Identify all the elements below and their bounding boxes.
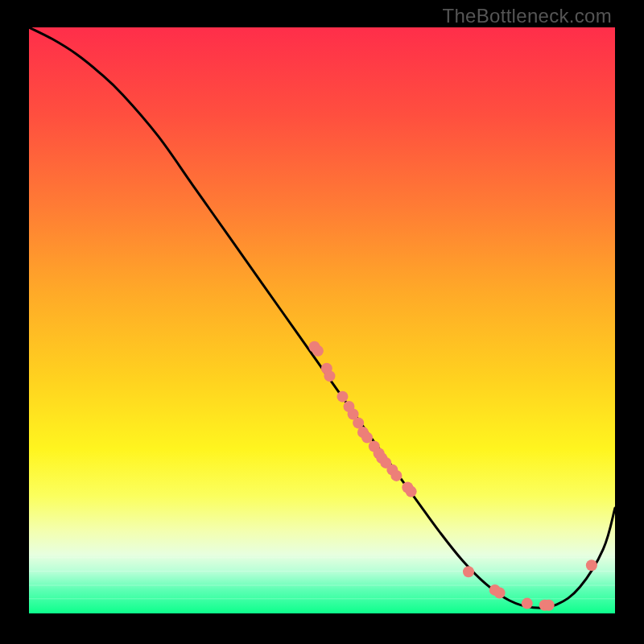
point-highlight-points xyxy=(336,391,348,402)
plot-background xyxy=(29,27,615,613)
plot-svg xyxy=(29,27,615,613)
point-highlight-points xyxy=(543,600,555,611)
point-highlight-points xyxy=(390,470,402,481)
point-highlight-points xyxy=(494,588,506,599)
point-highlight-points xyxy=(522,598,533,609)
point-highlight-points xyxy=(406,486,417,497)
watermark-text: TheBottleneck.com xyxy=(442,5,612,27)
point-highlight-points xyxy=(586,559,597,571)
point-highlight-points xyxy=(324,370,335,382)
chart-stage: TheBottleneck.com xyxy=(0,0,644,644)
point-highlight-points xyxy=(312,345,324,357)
point-highlight-points xyxy=(463,566,474,577)
plot-area xyxy=(29,27,615,613)
point-highlight-points xyxy=(361,432,373,444)
